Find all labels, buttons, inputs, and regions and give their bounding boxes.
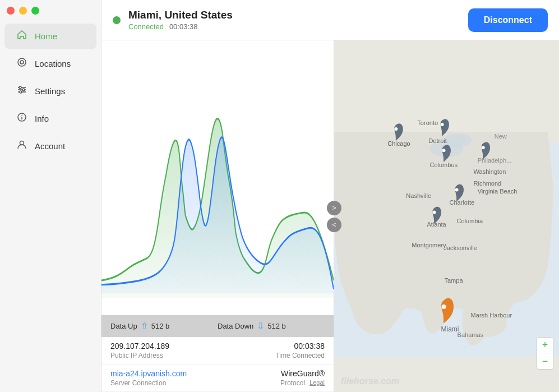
settings-icon xyxy=(16,84,28,98)
data-down-value: 512 b xyxy=(267,322,286,330)
info-row-ip: 209.107.204.189 Public IP Address 00:03:… xyxy=(101,337,334,365)
sidebar-item-account[interactable]: Account xyxy=(4,133,96,159)
miami-label: Miami xyxy=(441,325,459,333)
chicago-label: Chicago xyxy=(387,140,410,147)
sidebar-item-settings[interactable]: Settings xyxy=(4,79,96,104)
stat-upload: Data Up ⇧ 512 b xyxy=(110,321,218,331)
richmond-label: Richmond xyxy=(474,180,502,187)
chart-panel: Data Up ⇧ 512 b Data Down ⇩ 512 b 209.10… xyxy=(101,40,334,392)
header: Miami, United States Connected 00:03:38 … xyxy=(101,0,559,40)
connection-status-row: Connected 00:03:38 xyxy=(128,22,468,31)
upload-arrow-icon: ⇧ xyxy=(141,321,148,331)
legal-link[interactable]: Legal xyxy=(309,379,325,386)
content-area: Data Up ⇧ 512 b Data Down ⇩ 512 b 209.10… xyxy=(101,40,559,392)
pin-miami-dot xyxy=(441,305,446,309)
chart-svg xyxy=(101,46,334,315)
pin-chicago-dot xyxy=(394,127,398,131)
svg-point-0 xyxy=(18,58,26,66)
marsh-label: Marsh Harbour xyxy=(471,312,512,319)
map-area: Toronto Chicago Detroit New Columbus Phi… xyxy=(334,40,559,392)
zoom-in-button[interactable]: + xyxy=(537,338,553,353)
time-connected: 00:03:38 xyxy=(218,342,325,351)
window-controls xyxy=(7,7,39,15)
new-label: New xyxy=(495,133,507,140)
sidebar-item-locations[interactable]: Locations xyxy=(4,51,96,76)
jacksonville-label: Jacksonville xyxy=(443,245,477,251)
atlanta-label: Atlanta xyxy=(427,221,446,228)
status-dot xyxy=(113,16,121,24)
svg-point-1 xyxy=(20,61,24,64)
montgomery-label: Montgomery xyxy=(412,242,446,248)
close-button[interactable] xyxy=(7,7,15,15)
chart-container xyxy=(101,40,334,315)
zoom-controls: + − xyxy=(537,337,553,370)
washington-label: Washington xyxy=(474,168,506,175)
sidebar-item-info-label: Info xyxy=(35,114,49,123)
protocol-label: Protocol xyxy=(280,379,305,387)
expand-button[interactable]: > xyxy=(327,201,341,215)
info-panel: 209.107.204.189 Public IP Address 00:03:… xyxy=(101,337,334,392)
locations-icon xyxy=(16,57,28,71)
ip-label: Public IP Address xyxy=(110,352,218,359)
ip-address: 209.107.204.189 xyxy=(110,342,218,351)
account-icon xyxy=(16,139,28,153)
info-icon xyxy=(16,112,28,126)
info-col-time: 00:03:38 Time Connected xyxy=(218,342,325,359)
collapse-button[interactable]: < xyxy=(327,218,341,232)
minimize-button[interactable] xyxy=(19,7,27,15)
charlotte-label: Charlotte xyxy=(450,199,475,206)
bahamas-label: Bahamas xyxy=(458,331,484,338)
data-up-value: 512 b xyxy=(151,322,170,330)
pin-charlotte-dot xyxy=(455,188,459,191)
watermark: filehorse.com xyxy=(341,376,399,386)
time-label: Time Connected xyxy=(218,352,325,359)
info-col-protocol: WireGuard® Protocol Legal xyxy=(218,369,325,387)
data-down-label: Data Down xyxy=(218,322,253,330)
sidebar-item-home-label: Home xyxy=(35,31,57,41)
data-up-label: Data Up xyxy=(110,322,137,330)
svg-point-6 xyxy=(22,89,25,91)
great-lakes-2 xyxy=(443,133,472,147)
columbus-label: Columbus xyxy=(429,162,458,168)
columbia-label: Columbia xyxy=(457,218,483,224)
pin-columbus-dot xyxy=(442,149,445,152)
tampa-label: Tampa xyxy=(444,277,463,284)
connection-info: Miami, United States Connected 00:03:38 xyxy=(128,9,468,31)
phila-label: Philadelph... xyxy=(478,157,512,164)
svg-point-10 xyxy=(21,115,22,116)
sidebar: Home Locations S xyxy=(0,0,101,392)
server-label: Server Connection xyxy=(110,379,218,387)
pin-atlanta-dot xyxy=(432,210,436,214)
disconnect-button[interactable]: Disconnect xyxy=(468,8,548,32)
maximize-button[interactable] xyxy=(31,7,39,15)
download-arrow-icon: ⇩ xyxy=(257,321,264,331)
zoom-out-button[interactable]: − xyxy=(537,353,553,369)
connection-city: Miami, United States xyxy=(128,9,468,21)
va-beach-label: Virginia Beach xyxy=(478,188,518,195)
toronto-label: Toronto xyxy=(417,119,438,126)
sidebar-item-settings-label: Settings xyxy=(35,86,65,96)
app-container: Home Locations S xyxy=(0,0,559,392)
sidebar-item-home[interactable]: Home xyxy=(4,24,96,49)
pin-dc-dot xyxy=(482,146,485,149)
protocol-value: WireGuard® xyxy=(281,369,325,378)
connection-time: 00:03:38 xyxy=(169,22,198,31)
status-text: Connected xyxy=(128,22,164,31)
sidebar-item-locations-label: Locations xyxy=(35,59,71,68)
collapse-buttons: > < xyxy=(327,201,341,232)
info-col-ip: 209.107.204.189 Public IP Address xyxy=(110,342,218,359)
pin-detroit-dot xyxy=(440,123,443,126)
map-svg: Toronto Chicago Detroit New Columbus Phi… xyxy=(334,40,559,392)
stat-download: Data Down ⇩ 512 b xyxy=(218,321,325,331)
svg-point-5 xyxy=(19,86,21,89)
detroit-label: Detroit xyxy=(428,137,446,144)
home-icon xyxy=(16,29,28,43)
svg-point-7 xyxy=(20,91,22,93)
nashville-label: Nashville xyxy=(406,192,431,199)
sidebar-item-account-label: Account xyxy=(35,141,65,151)
sidebar-item-info[interactable]: Info xyxy=(4,106,96,131)
map-background: Toronto Chicago Detroit New Columbus Phi… xyxy=(334,40,559,392)
data-stats: Data Up ⇧ 512 b Data Down ⇩ 512 b xyxy=(101,315,334,337)
info-col-server: mia-a24.ipvanish.com Server Connection xyxy=(110,369,218,387)
right-panel: Miami, United States Connected 00:03:38 … xyxy=(101,0,559,392)
